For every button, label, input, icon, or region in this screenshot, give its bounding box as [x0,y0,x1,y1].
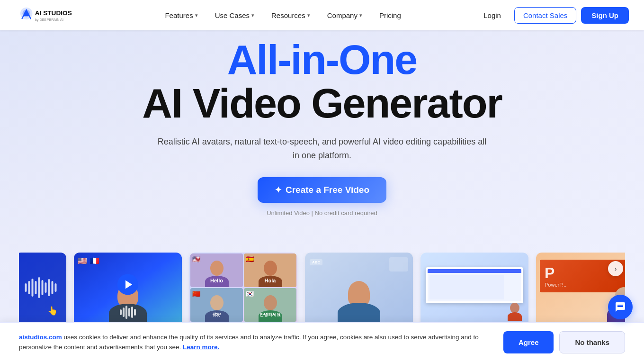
hero-all-in-one: All-in-One [19,38,625,81]
hero-description: Realistic AI avatars, natural text-to-sp… [156,135,488,163]
cookie-text: aistudios.com uses cookies to deliver an… [19,333,492,353]
nav-use-cases[interactable]: Use Cases ▾ [208,8,261,23]
chevron-down-icon: ▾ [251,12,254,18]
login-button[interactable]: Login [475,8,510,23]
nav-company[interactable]: Company ▾ [321,8,369,23]
logo[interactable]: AI STUDIOS by DEEPBRAIN AI [15,6,91,25]
cookie-actions: Agree No thanks [503,331,625,353]
svg-text:by DEEPBRAIN AI: by DEEPBRAIN AI [35,18,63,22]
cookie-bar: aistudios.com uses cookies to deliver an… [0,322,644,362]
create-free-video-button[interactable]: ✦ Create a Free Video [258,177,386,203]
nav-features[interactable]: Features ▾ [158,8,204,23]
cookie-agree-button[interactable]: Agree [503,331,554,353]
hero-title: AI Video Generator [19,81,625,125]
sparkle-icon: ✦ [275,185,282,195]
chevron-down-icon: ▾ [307,12,310,18]
features-next-button[interactable]: › [608,261,623,276]
navbar: AI STUDIOS by DEEPBRAIN AI Features ▾ Us… [0,0,644,30]
svg-text:AI STUDIOS: AI STUDIOS [35,9,72,17]
nav-actions: Login Contact Sales Sign Up [475,7,629,24]
nav-links: Features ▾ Use Cases ▾ Resources ▾ Compa… [158,8,407,23]
chevron-down-icon: ▾ [359,12,362,18]
chevron-down-icon: ▾ [195,12,198,18]
cookie-no-thanks-button[interactable]: No thanks [559,331,625,353]
nav-pricing[interactable]: Pricing [373,8,408,23]
signup-button[interactable]: Sign Up [581,7,629,24]
contact-sales-button[interactable]: Contact Sales [514,7,576,24]
chat-icon [615,301,626,313]
cookie-site-link[interactable]: aistudios.com [19,334,62,341]
chat-button[interactable] [608,295,633,319]
cookie-learn-more-link[interactable]: Learn more. [183,344,219,351]
nav-resources[interactable]: Resources ▾ [265,8,317,23]
cta-note: Unlimited Video | No credit card require… [19,209,625,217]
hero-section: All-in-One AI Video Generator Realistic … [0,0,644,362]
